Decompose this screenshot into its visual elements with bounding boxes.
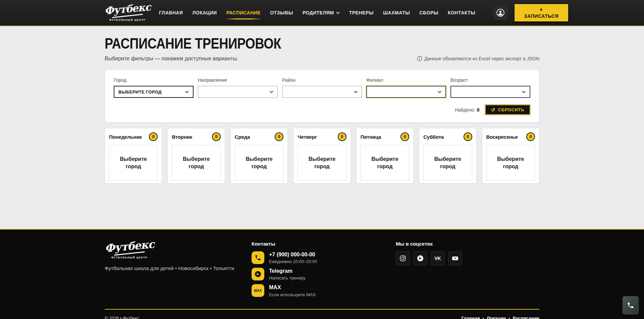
youtube-button[interactable] (448, 251, 462, 265)
footer-link-raspisanie[interactable]: Расписание (513, 316, 539, 319)
brand-tagline: ФУТБОЛЬНЫЙ ЦЕНТР (111, 256, 148, 259)
city-select[interactable]: ВЫБЕРИТЕ ГОРОД (114, 86, 194, 98)
contact-phone-number: +7 (900) 000-00-00 (269, 251, 317, 258)
chevron-down-icon (336, 12, 340, 14)
footer-link-glavnaya[interactable]: Главная (462, 316, 480, 319)
day-count-badge: 0 (212, 132, 221, 141)
note-text: Данные обновляются из Excel через экспор… (424, 56, 539, 61)
max-icon: MAX (252, 284, 264, 297)
nav-item-roditelyam[interactable]: РОДИТЕЛЯМ (303, 10, 340, 15)
main-content: РАСПИСАНИЕ ТРЕНИРОВОК Выберите фильтры —… (0, 35, 644, 184)
contact-max-sub: Если используете MAX (269, 292, 316, 297)
brand-name: Футбекс (104, 239, 155, 254)
branch-select[interactable] (366, 86, 446, 98)
nav-item-trenery[interactable]: ТРЕНЕРЫ (349, 10, 374, 15)
filters-panel: Город ВЫБЕРИТЕ ГОРОД Направление Район (105, 70, 539, 123)
nav-item-kontakty[interactable]: КОНТАКТЫ (448, 10, 475, 15)
instagram-icon (399, 255, 407, 262)
filter-label-district: Район (282, 77, 362, 83)
phone-icon (627, 302, 634, 309)
results-count: Найдено:0 (455, 107, 479, 113)
day-empty-placeholder: Выберите город (423, 145, 472, 181)
signup-button[interactable]: ЗАПИСАТЬСЯ (514, 3, 569, 22)
floating-call-button[interactable] (623, 296, 639, 314)
day-empty-placeholder: Выберите город (361, 145, 409, 181)
nav-item-lokacii[interactable]: ЛОКАЦИИ (192, 10, 217, 15)
max-icon-text: MAX (254, 289, 262, 293)
day-empty-placeholder: Выберите город (486, 145, 535, 181)
filter-label-city: Город (114, 77, 194, 83)
footer-link-lokacii[interactable]: Локации (487, 316, 506, 319)
day-card-monday: Понедельник 0 Выберите город (105, 128, 162, 184)
day-empty-placeholder: Выберите город (109, 145, 158, 181)
direction-select[interactable] (198, 86, 278, 98)
nav-item-label: РАСПИСАНИЕ (226, 10, 261, 15)
footer-social-column: Мы в соцсетях VK (396, 241, 539, 265)
chevron-down-icon (185, 91, 189, 93)
contact-max[interactable]: MAX MAX Если используете MAX (252, 284, 396, 297)
youtube-icon (451, 254, 459, 262)
district-select[interactable] (282, 86, 362, 98)
day-name: Вторник (172, 134, 192, 140)
footer-tagline: Футбольная школа для детей • Новосибирск… (105, 264, 239, 272)
filter-label-direction: Направление (198, 77, 278, 83)
nav-item-sbory[interactable]: СБОРЫ (419, 10, 438, 15)
link-separator: • (508, 316, 510, 319)
day-card-wednesday: Среда 0 Выберите город (230, 128, 288, 184)
brand-logo[interactable]: Футбекс ФУТБОЛЬНЫЙ ЦЕНТР (105, 4, 150, 21)
filter-label-branch: Филиал (366, 77, 446, 83)
day-card-sunday: Воскресенье 0 Выберите город (482, 128, 539, 184)
day-count-badge: 0 (149, 132, 158, 141)
nav-item-otzyvy[interactable]: ОТЗЫВЫ (270, 10, 293, 15)
footer-logo[interactable]: Футбекс ФУТБОЛЬНЫЙ ЦЕНТР (105, 241, 252, 259)
day-count-badge: 0 (338, 132, 346, 141)
week-days-grid: Понедельник 0 Выберите город Вторник 0 В… (105, 128, 539, 184)
nav-item-label: РОДИТЕЛЯМ (303, 10, 334, 15)
day-count-badge: 0 (400, 132, 409, 141)
day-name: Воскресенье (486, 134, 518, 140)
phone-icon (252, 251, 264, 264)
page-subtitle: Выберите фильтры — покажем доступные вар… (105, 56, 238, 62)
signup-button-label: ЗАПИСАТЬСЯ (524, 13, 558, 19)
nav-item-shahmaty[interactable]: ШАХМАТЫ (383, 10, 410, 15)
social-heading: Мы в соцсетях (396, 241, 539, 247)
link-separator: • (483, 316, 484, 319)
footer-brand-column: Футбекс ФУТБОЛЬНЫЙ ЦЕНТР Футбольная школ… (105, 241, 252, 272)
nav-item-glavnaya[interactable]: ГЛАВНАЯ (159, 10, 183, 15)
day-empty-placeholder: Выберите город (235, 145, 283, 181)
chevron-down-icon (354, 91, 358, 93)
contact-telegram-sub: Написать тренеру (269, 275, 306, 280)
day-card-tuesday: Вторник 0 Выберите город (167, 128, 225, 184)
day-empty-placeholder: Выберите город (172, 145, 220, 181)
day-empty-placeholder: Выберите город (298, 145, 346, 181)
city-select-value: ВЫБЕРИТЕ ГОРОД (118, 89, 162, 94)
day-name: Суббота (423, 134, 444, 140)
reset-icon: ↺ (491, 107, 495, 112)
nav-item-raspisanie[interactable]: РАСПИСАНИЕ (226, 10, 261, 15)
age-select[interactable] (450, 86, 530, 98)
chevron-down-icon (438, 91, 441, 93)
telegram-button[interactable] (413, 251, 427, 265)
contacts-heading: Контакты (252, 241, 396, 247)
vk-icon: VK (434, 256, 441, 261)
site-footer: Футбекс ФУТБОЛЬНЫЙ ЦЕНТР Футбольная школ… (0, 229, 644, 319)
chevron-down-icon (270, 91, 273, 93)
brand-name: Футбекс (104, 2, 151, 16)
day-count-badge: 0 (275, 132, 283, 141)
telegram-icon (416, 254, 424, 262)
day-card-friday: Пятница 0 Выберите город (356, 128, 414, 184)
contact-phone-hours: Ежедневно 10:00–20:00 (269, 259, 317, 264)
user-circle-icon (496, 8, 505, 17)
telegram-icon (252, 268, 264, 280)
data-source-note: Данные обновляются из Excel через экспор… (417, 56, 539, 61)
contact-telegram[interactable]: Telegram Написать тренеру (252, 268, 396, 280)
account-button[interactable] (493, 5, 508, 20)
day-count-badge: 0 (526, 132, 535, 141)
copyright-text: © 2026 • Футбекс (105, 316, 139, 319)
reset-filters-button[interactable]: ↺ СБРОСИТЬ (485, 105, 530, 115)
day-name: Среда (235, 134, 250, 140)
vk-button[interactable]: VK (431, 251, 445, 265)
instagram-button[interactable] (396, 251, 410, 265)
contact-phone[interactable]: +7 (900) 000-00-00 Ежедневно 10:00–20:00 (252, 251, 396, 264)
reset-button-label: СБРОСИТЬ (498, 107, 524, 112)
